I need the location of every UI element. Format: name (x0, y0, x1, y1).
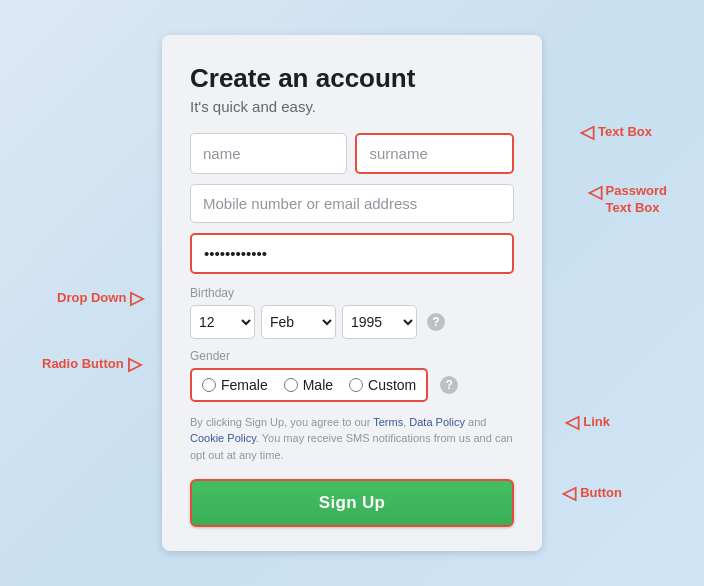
gender-male-radio[interactable] (284, 378, 298, 392)
surname-input[interactable] (355, 133, 514, 174)
link-annotation-label: Link (583, 414, 610, 429)
gender-female-radio[interactable] (202, 378, 216, 392)
gender-male[interactable]: Male (284, 377, 333, 393)
gender-custom-radio[interactable] (349, 378, 363, 392)
gender-female[interactable]: Female (202, 377, 268, 393)
birthday-label: Birthday (190, 286, 514, 300)
gender-section: Gender Female Male Custom (190, 349, 514, 402)
dropdown-annotation-label: Drop Down (57, 290, 126, 305)
subtitle: It's quick and easy. (190, 98, 514, 115)
birthday-day-select[interactable]: 12 12345 678910 11131415 (190, 305, 255, 339)
terms-link[interactable]: Terms (373, 416, 403, 428)
birthday-help-icon[interactable]: ? (427, 313, 445, 331)
radio-annotation-label: Radio Button (42, 356, 124, 371)
birthday-year-select[interactable]: 1995 19941993199219911990 (342, 305, 417, 339)
gender-custom[interactable]: Custom (349, 377, 416, 393)
password-input[interactable] (190, 233, 514, 274)
data-policy-link[interactable]: Data Policy (409, 416, 465, 428)
name-input[interactable] (190, 133, 347, 174)
signup-form: Create an account It's quick and easy. B… (162, 35, 542, 552)
cookie-policy-link[interactable]: Cookie Policy (190, 432, 256, 444)
gender-female-label: Female (221, 377, 268, 393)
gender-custom-label: Custom (368, 377, 416, 393)
dropdown-annotation: Drop Down ▷ (57, 287, 144, 309)
signup-button[interactable]: Sign Up (190, 479, 514, 527)
link-annotation: ◁ Link (565, 411, 610, 433)
gender-help-icon[interactable]: ? (440, 376, 458, 394)
radio-annotation: Radio Button ▷ (42, 353, 142, 375)
terms-text: By clicking Sign Up, you agree to our Te… (190, 414, 514, 464)
name-row (190, 133, 514, 174)
page-title: Create an account (190, 63, 514, 94)
password-annotation: ◁ PasswordText Box (588, 183, 667, 217)
birthday-month-select[interactable]: Feb JanMarAprMayJun JulAugSepOctNovDec (261, 305, 336, 339)
password-annotation-label: PasswordText Box (606, 183, 667, 217)
gender-label: Gender (190, 349, 514, 363)
mobile-email-input[interactable] (190, 184, 514, 223)
textbox-annotation-label: Text Box (598, 124, 652, 139)
gender-male-label: Male (303, 377, 333, 393)
textbox-annotation: ◁ Text Box (580, 121, 652, 143)
button-annotation-label: Button (580, 485, 622, 500)
button-annotation: ◁ Button (562, 482, 622, 504)
birthday-row: 12 12345 678910 11131415 Feb JanMarAprMa… (190, 305, 514, 339)
gender-options: Female Male Custom (190, 368, 428, 402)
